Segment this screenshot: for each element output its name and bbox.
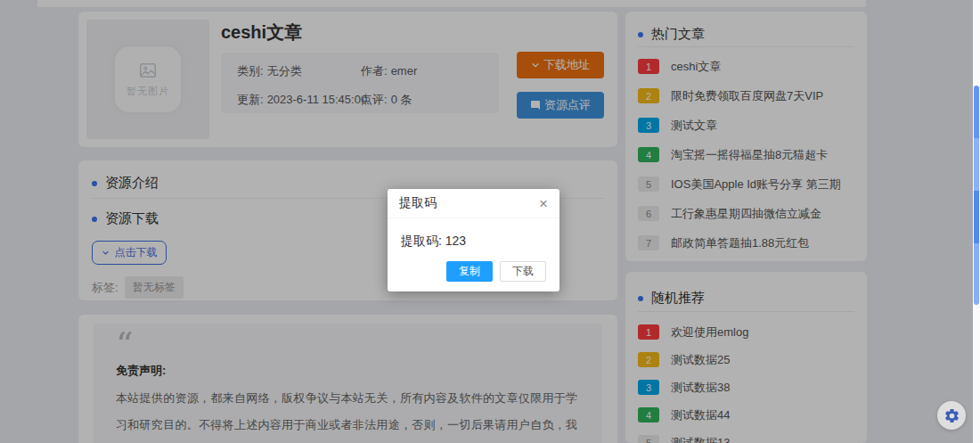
gear-icon [943,407,960,424]
page: { "header_card": { "title": "ceshi文章", "… [0,0,980,443]
modal-download-button[interactable]: 下载 [500,261,546,282]
modal-footer: 复制 下载 [446,261,546,282]
extraction-code-modal: 提取码 × 提取码: 123 复制 下载 [388,189,559,291]
close-icon[interactable]: × [539,196,548,211]
extraction-code-text: 提取码: 123 [401,234,466,250]
modal-header: 提取码 × [388,189,559,218]
copy-button[interactable]: 复制 [446,261,493,282]
settings-button[interactable] [937,401,966,430]
scrollbar-thumb[interactable] [974,86,979,305]
modal-title: 提取码 [399,195,437,211]
scrollbar-track[interactable] [973,0,980,443]
